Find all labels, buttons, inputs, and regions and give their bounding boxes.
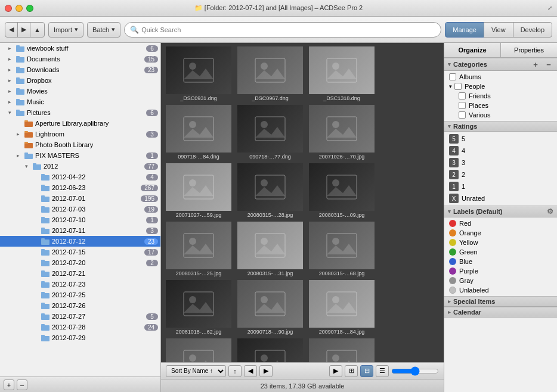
thumbnail-item[interactable]: 20090718-…84.jpg: [307, 279, 377, 336]
category-friends[interactable]: Friends: [444, 91, 557, 101]
sidebar-item-pix-masters[interactable]: ▸PIX MASTERS1: [0, 150, 160, 161]
thumbnail-item[interactable]: 20081018-…62.jpg: [163, 279, 234, 336]
thumbnail-item[interactable]: 20080315-…31.jpg: [235, 220, 305, 278]
import-button[interactable]: Import ▾: [48, 22, 83, 38]
sidebar-item-movies[interactable]: ▸Movies: [0, 86, 160, 97]
category-people[interactable]: ▾People: [444, 82, 557, 91]
properties-tab[interactable]: Properties: [501, 43, 557, 57]
sidebar-item-dropbox[interactable]: ▸Dropbox: [0, 75, 160, 86]
section-header-labels-(default)[interactable]: ▾Labels (Default)⚙: [444, 206, 557, 217]
folder-icon: [16, 86, 25, 96]
sidebar-item-photo-booth[interactable]: Photo Booth Library: [0, 139, 160, 150]
zoom-slider[interactable]: [391, 366, 439, 376]
sidebar-item-2012-07-12[interactable]: 2012-07-1223: [0, 236, 160, 247]
detail-view-button[interactable]: ⊟: [360, 365, 373, 377]
sidebar-item-2012-06-23[interactable]: 2012-06-23267: [0, 182, 160, 193]
thumbnail-item[interactable]: 20080315-…28.jpg: [235, 162, 305, 219]
thumbnail-item[interactable]: 20071027-…59.jpg: [163, 162, 234, 219]
thumbnail-item[interactable]: 20071026-…70.jpg: [307, 104, 377, 161]
sidebar-item-music[interactable]: ▸Music: [0, 97, 160, 107]
back-button[interactable]: ◀: [5, 22, 18, 38]
thumbnail-item[interactable]: 20080315-…25.jpg: [163, 220, 234, 278]
next-button[interactable]: ▶: [259, 365, 273, 377]
manage-tab[interactable]: Manage: [445, 22, 484, 38]
remove-folder-button[interactable]: –: [17, 379, 27, 390]
sidebar-item-2012-07-25[interactable]: 2012-07-25: [0, 290, 160, 300]
thumbnail-item[interactable]: 20090718-…77.jpg: [235, 337, 305, 362]
rating-5[interactable]: 55: [444, 133, 557, 145]
search-input[interactable]: [124, 22, 441, 38]
sidebar-item-2012-07-26[interactable]: 2012-07-26: [0, 300, 160, 311]
section-header-special-items[interactable]: ▸Special Items: [444, 296, 557, 307]
thumbnail-item[interactable]: 090718-…77.dng: [235, 104, 305, 161]
sort-order-button[interactable]: ↑: [228, 365, 242, 377]
prev-button[interactable]: ◀: [244, 365, 257, 377]
strip-view-button[interactable]: ☰: [376, 365, 389, 377]
rating-1[interactable]: 11: [444, 181, 557, 192]
play-button[interactable]: ▶: [329, 365, 342, 377]
thumbnail-item[interactable]: _DSC0931.dng: [163, 45, 234, 102]
thumbnail-item[interactable]: 20101023-…31.jpg: [307, 337, 377, 362]
sidebar-item-2012-07-21[interactable]: 2012-07-21: [0, 268, 160, 279]
maximize-button[interactable]: [26, 5, 33, 12]
sidebar-item-2012-07-27[interactable]: 2012-07-275: [0, 311, 160, 322]
sidebar-item-2012-07-10[interactable]: 2012-07-101: [0, 214, 160, 225]
minimize-button[interactable]: [16, 5, 23, 12]
sidebar-item-lightroom[interactable]: ▸Lightroom3: [0, 129, 160, 139]
fullscreen-button[interactable]: ⤢: [547, 5, 552, 11]
sidebar-item-2012-07-11[interactable]: 2012-07-113: [0, 225, 160, 236]
thumbnail-item[interactable]: _DSC0967.dng: [235, 45, 305, 102]
section-header-calendar[interactable]: ▸Calendar: [444, 307, 557, 318]
sidebar-item-2012-07-29[interactable]: 2012-07-29: [0, 332, 160, 343]
sidebar-item-pictures[interactable]: ▾Pictures6: [0, 107, 160, 118]
label-red[interactable]: Red: [444, 219, 557, 228]
rating-3[interactable]: 33: [444, 157, 557, 169]
sidebar-item-2012-07-03[interactable]: 2012-07-0319: [0, 204, 160, 214]
section-header-ratings[interactable]: ▾Ratings: [444, 121, 557, 132]
sidebar-item-downloads[interactable]: ▸Downloads23: [0, 64, 160, 75]
category-albums[interactable]: Albums: [444, 72, 557, 82]
sidebar-item-viewbook-stuff[interactable]: ▸viewbook stuff6: [0, 43, 160, 54]
category-places[interactable]: Places: [444, 101, 557, 110]
close-button[interactable]: [5, 5, 12, 12]
label-unlabeled[interactable]: Unlabeled: [444, 285, 557, 295]
organize-tab[interactable]: Organize: [444, 43, 501, 57]
add-folder-button[interactable]: +: [4, 379, 14, 390]
batch-button[interactable]: Batch ▾: [87, 22, 120, 38]
thumbnail-item[interactable]: _DSC1318.dng: [307, 45, 377, 102]
sidebar-item-documents[interactable]: ▸Documents15: [0, 54, 160, 64]
sort-select[interactable]: Sort By Name ↑Sort By Name ↓Sort By Date…: [166, 365, 226, 377]
label-gray[interactable]: Gray: [444, 276, 557, 285]
sidebar-item-2012-07-15[interactable]: 2012-07-1517: [0, 247, 160, 257]
sidebar-item-2012-07-20[interactable]: 2012-07-202: [0, 257, 160, 268]
section-header-categories[interactable]: ▾Categories+−: [444, 58, 557, 71]
sidebar-item-aperture[interactable]: Aperture Library.aplibrary: [0, 118, 160, 129]
up-button[interactable]: ▲: [30, 22, 45, 38]
rating-2[interactable]: 22: [444, 169, 557, 181]
gear-icon[interactable]: ⚙: [547, 207, 553, 216]
label-blue[interactable]: Blue: [444, 257, 557, 266]
thumbnail-item[interactable]: 090718-…84.dng: [163, 104, 234, 161]
label-yellow[interactable]: Yellow: [444, 238, 557, 247]
section-remove-button[interactable]: −: [544, 60, 553, 69]
rating-4[interactable]: 44: [444, 145, 557, 157]
category-various[interactable]: Various: [444, 110, 557, 120]
develop-tab[interactable]: Develop: [513, 22, 552, 38]
grid-view-button[interactable]: ⊞: [345, 365, 358, 377]
sidebar-item-year-2012[interactable]: ▾201277: [0, 161, 160, 172]
label-orange[interactable]: Orange: [444, 228, 557, 238]
view-tab[interactable]: View: [484, 22, 513, 38]
thumbnail-item[interactable]: 20090718-…60.jpg: [163, 337, 234, 362]
sidebar-item-2012-07-23[interactable]: 2012-07-23: [0, 279, 160, 290]
thumbnail-item[interactable]: 20080315-…68.jpg: [307, 220, 377, 278]
sidebar-item-2012-04-22[interactable]: 2012-04-224: [0, 172, 160, 182]
sidebar-item-2012-07-01[interactable]: 2012-07-01195: [0, 193, 160, 204]
label-purple[interactable]: Purple: [444, 266, 557, 276]
thumbnail-item[interactable]: 20080315-…09.jpg: [307, 162, 377, 219]
sidebar-item-2012-07-28[interactable]: 2012-07-2824: [0, 322, 160, 332]
forward-button[interactable]: ▶: [17, 22, 30, 38]
section-add-button[interactable]: +: [531, 60, 540, 69]
label-green[interactable]: Green: [444, 247, 557, 257]
rating-X[interactable]: XUnrated: [444, 192, 557, 204]
thumbnail-item[interactable]: 20090718-…90.jpg: [235, 279, 305, 336]
